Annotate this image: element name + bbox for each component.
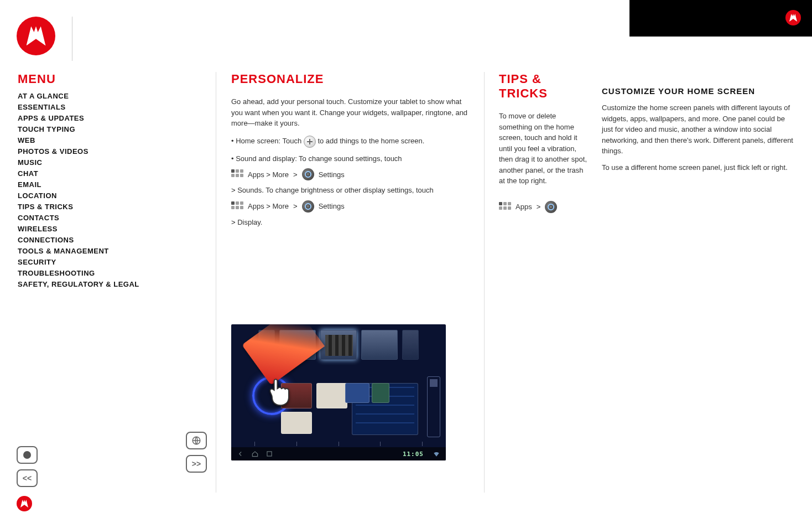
panel-thumb xyxy=(361,330,398,360)
prev-label: << xyxy=(23,474,32,483)
menu-item[interactable]: TOUCH TYPING xyxy=(18,125,195,133)
top-bar xyxy=(629,0,812,37)
system-navbar: 11:05 xyxy=(231,447,446,460)
divider xyxy=(484,72,485,493)
home-screen-line: • Home screen: Touch to add things to th… xyxy=(231,136,475,148)
panel-thumb xyxy=(402,330,419,360)
apps-grid-icon xyxy=(231,201,243,211)
home-icon xyxy=(251,450,259,458)
text: Apps > More xyxy=(248,202,289,210)
menu-item[interactable]: CONNECTIONS xyxy=(18,236,195,244)
divider xyxy=(72,17,72,61)
sound-cont: > Sounds. To change brightness or other … xyxy=(231,185,475,196)
customize-column: CUSTOMIZE YOUR HOME SCREEN Customize the… xyxy=(602,86,795,173)
menu-list: AT A GLANCE ESSENTIALS APPS & UPDATES TO… xyxy=(18,92,195,288)
text: > xyxy=(293,202,298,210)
hand-cursor-icon xyxy=(263,374,296,407)
settings-gear-icon xyxy=(302,168,314,180)
menu-panel: MENU AT A GLANCE ESSENTIALS APPS & UPDAT… xyxy=(18,72,195,291)
tips-body: To move or delete something on the home … xyxy=(499,111,587,187)
next-button[interactable]: >> xyxy=(186,455,207,473)
section-title-tips: TIPS & TRICKS xyxy=(499,72,587,101)
globe-button[interactable] xyxy=(186,432,207,449)
motorola-logo-icon xyxy=(17,496,32,511)
footer-nav-right: >> xyxy=(186,432,207,473)
apps-settings-sound: Apps > More > Settings xyxy=(231,168,475,180)
customize-body: Customize the home screen panels with di… xyxy=(602,102,795,157)
menu-item[interactable]: SECURITY xyxy=(18,258,195,266)
menu-item[interactable]: TIPS & TRICKS xyxy=(18,203,195,211)
text: Settings xyxy=(319,170,345,179)
menu-item[interactable]: TROUBLESHOOTING xyxy=(18,269,195,277)
prev-button[interactable]: << xyxy=(17,469,38,487)
tablet-screenshot: 11:05 xyxy=(231,324,446,460)
tips-column: TIPS & TRICKS To move or delete somethin… xyxy=(499,72,587,218)
menu-title: MENU xyxy=(18,72,195,86)
apps-grid-icon xyxy=(231,169,243,179)
customize-title: CUSTOMIZE YOUR HOME SCREEN xyxy=(602,86,795,96)
divider xyxy=(216,72,216,493)
panel-thumb-active xyxy=(320,330,357,360)
apps-grid-icon xyxy=(499,202,511,212)
back-icon xyxy=(237,450,244,458)
menu-item[interactable]: CHAT xyxy=(18,169,195,178)
svg-rect-0 xyxy=(267,452,272,456)
recent-icon xyxy=(266,450,273,458)
motorola-logo-icon xyxy=(17,17,55,55)
menu-item[interactable]: APPS & UPDATES xyxy=(18,114,195,122)
menu-item[interactable]: CONTACTS xyxy=(18,214,195,222)
next-label: >> xyxy=(192,459,201,468)
text: Settings xyxy=(319,202,345,210)
menu-item[interactable]: PHOTOS & VIDEOS xyxy=(18,147,195,156)
clock-time: 11:05 xyxy=(403,451,424,458)
widget-thumb xyxy=(372,383,389,403)
display-cont: > Display. xyxy=(231,217,475,228)
personalize-intro: Go ahead, add your personal touch. Custo… xyxy=(231,96,475,129)
customize-body2: To use a different home screen panel, ju… xyxy=(602,162,795,173)
apps-settings-display: Apps > More > Settings xyxy=(231,200,475,213)
menu-item[interactable]: TOOLS & MANAGEMENT xyxy=(18,247,195,255)
menu-item[interactable]: WIRELESS xyxy=(18,225,195,233)
text: > xyxy=(537,203,541,211)
widget-thumb xyxy=(316,383,347,408)
menu-item[interactable]: MUSIC xyxy=(18,158,195,167)
settings-gear-icon xyxy=(302,200,314,213)
text: to add things to the home screen. xyxy=(317,137,424,145)
text: • Sound and display: To change sound set… xyxy=(231,154,402,163)
plus-icon xyxy=(304,136,316,148)
menu-item[interactable]: AT A GLANCE xyxy=(18,92,195,100)
menu-item[interactable]: ESSENTIALS xyxy=(18,103,195,111)
menu-item[interactable]: WEB xyxy=(18,136,195,144)
personalize-column: PERSONALIZE Go ahead, add your personal … xyxy=(231,72,475,227)
sound-display-line: • Sound and display: To change sound set… xyxy=(231,153,475,164)
apps-settings-short: Apps > xyxy=(499,201,587,213)
motorola-logo-small-icon xyxy=(785,10,801,25)
wifi-icon xyxy=(433,450,440,458)
panel-indicator-ticks xyxy=(254,442,423,447)
home-dot-button[interactable] xyxy=(17,446,38,464)
menu-item[interactable]: EMAIL xyxy=(18,180,195,189)
widget-thumb xyxy=(345,383,369,403)
widget-chooser xyxy=(281,383,429,437)
footer-nav-left: << xyxy=(17,446,38,511)
text: • Home screen: Touch xyxy=(231,137,301,145)
settings-gear-icon xyxy=(545,201,557,213)
section-title-personalize: PERSONALIZE xyxy=(231,72,475,86)
menu-item[interactable]: SAFETY, REGULATORY & LEGAL xyxy=(18,280,195,288)
menu-item[interactable]: LOCATION xyxy=(18,191,195,200)
text: Apps > More xyxy=(248,170,289,179)
widget-sidebar xyxy=(427,376,440,437)
text: > xyxy=(293,170,298,179)
widget-thumb xyxy=(281,412,312,434)
text: Apps xyxy=(516,203,532,211)
